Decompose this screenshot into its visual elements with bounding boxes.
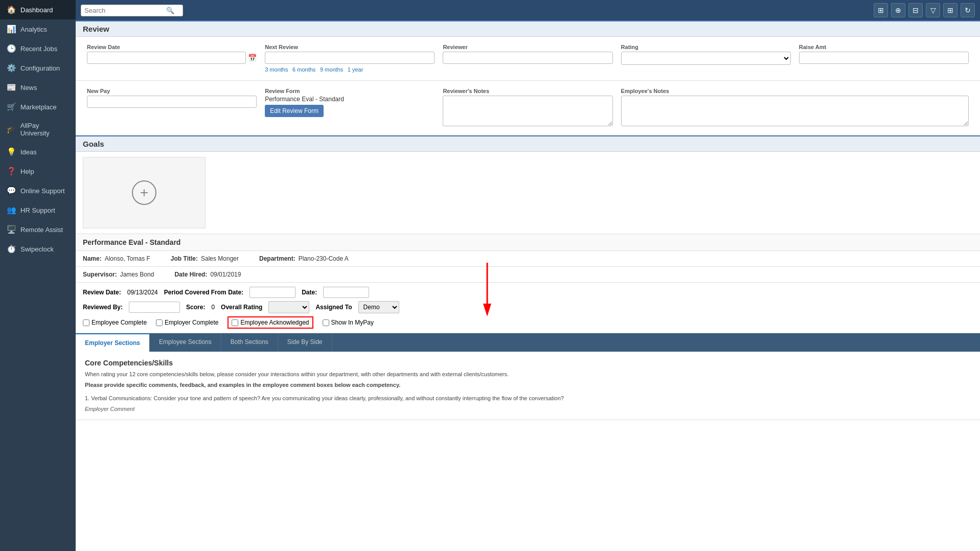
review-form-field: Review Form Performance Eval - Standard … [261,86,439,130]
3months-link[interactable]: 3 months [265,66,288,73]
next-review-input[interactable]: 09/13/2025 [265,52,435,64]
sidebar-item-analytics[interactable]: 📊 Analytics [0,19,76,39]
supervisor-label: Supervisor: [83,271,117,278]
review-section-header: Review [76,20,980,37]
content-area: Review Review Date 09/13/2024 📅 Next Rev… [76,20,980,551]
bulb-icon: 💡 [6,147,16,156]
people-icon: 👥 [6,205,16,215]
department-value: Plano-230-Code A [299,255,349,262]
overall-rating-select[interactable] [268,301,309,313]
score-label: Score: [186,304,205,311]
edit-review-form-button[interactable]: Edit Review Form [265,105,324,117]
topbar-icons: ⊞ ⊕ ⊟ ▽ ⊞ ↻ [874,3,975,17]
score-value: 0 [211,304,215,311]
checkboxes-annotation-wrapper: Employee Complete Employer Complete Empl… [83,316,973,329]
supervisor-value: James Bond [120,271,154,278]
employer-complete-label: Employer Complete [165,319,218,326]
tab-side-by-side[interactable]: Side By Side [278,333,332,352]
review-grid-2: New Pay 0.00 Review Form Performance Eva… [76,81,980,135]
tab-employee-sections[interactable]: Employee Sections [150,333,221,352]
name-label: Name: [83,255,102,262]
period-from-input[interactable]: 9/1/2023 [249,287,295,298]
sidebar-item-online-support[interactable]: 💬 Online Support [0,181,76,200]
verbal-communications-question: 1. Verbal Communications: Consider your … [85,394,971,403]
refresh-icon-btn[interactable]: ↻ [961,3,975,17]
employee-complete-checkbox[interactable] [83,319,89,326]
grid-icon-btn[interactable]: ⊞ [874,3,888,17]
overall-rating-label: Overall Rating [221,304,262,311]
sidebar-item-remote-assist[interactable]: 🖥️ Remote Assist [0,220,76,239]
name-item: Name: Alonso, Tomas F [83,255,150,262]
columns-icon-btn[interactable]: ⊞ [943,3,958,17]
review-meta-row-2: Reviewed By: Jane Doe Score: 0 Overall R… [83,301,973,313]
assigned-to-select[interactable]: Demo [358,301,399,313]
review-date-input[interactable]: 09/13/2024 [87,52,246,64]
topbar: 🔍 ⊞ ⊕ ⊟ ▽ ⊞ ↻ [76,0,980,20]
core-competencies-section: Core Competencies/Skills When rating you… [76,352,980,420]
gear-icon: ⚙️ [6,63,16,73]
employees-notes-field: Employee's Notes [617,86,973,130]
search-box[interactable]: 🔍 [81,5,183,16]
sidebar-item-allpay-university[interactable]: 🎓 AllPay University [0,117,76,142]
add-goal-button[interactable]: + [132,180,156,205]
period-to-input[interactable]: 8/31/2024 [323,287,369,298]
sidebar-item-news[interactable]: 📰 News [0,78,76,97]
rating-field: Rating [617,42,795,75]
sidebar-item-dashboard[interactable]: 🏠 Dashboard [0,0,76,19]
filter-icon-btn[interactable]: ▽ [926,3,940,17]
employer-complete-checkbox[interactable] [156,319,163,326]
review-date-label: Review Date [87,44,257,50]
core-competencies-description-bold: Please provide specific comments, feedba… [85,381,971,389]
sidebar: 🏠 Dashboard 📊 Analytics 🕒 Recent Jobs ⚙️… [0,0,76,551]
department-label: Department: [259,255,295,262]
tab-both-sections[interactable]: Both Sections [221,333,278,352]
sidebar-item-ideas[interactable]: 💡 Ideas [0,142,76,162]
remove-icon-btn[interactable]: ⊟ [908,3,923,17]
checkbox-row: Employee Complete Employer Complete Empl… [83,316,973,329]
rating-select[interactable] [621,52,791,65]
show-in-mypay-checkbox[interactable] [323,319,329,326]
timer-icon: ⏱️ [6,244,16,254]
employees-notes-textarea[interactable] [621,96,969,126]
sidebar-item-recent-jobs[interactable]: 🕒 Recent Jobs [0,39,76,58]
tab-employer-sections[interactable]: Employer Sections [76,333,150,352]
monitor-icon: 🖥️ [6,225,16,234]
job-title-item: Job Title: Sales Monger [171,255,239,262]
review-meta-row-1: Review Date: 09/13/2024 Period Covered F… [83,287,973,298]
review-date-meta-label: Review Date: [83,289,121,296]
review-form-label: Review Form [265,88,435,94]
raise-amt-input[interactable]: 0.00 [799,52,969,64]
reviewer-label: Reviewer [443,44,612,50]
calendar-icon[interactable]: 📅 [248,54,257,62]
reviewed-by-input[interactable]: Jane Doe [129,302,180,313]
sidebar-item-swipeclock[interactable]: ⏱️ Swipeclock [0,239,76,259]
reviewer-input[interactable]: Jane Doe [443,52,612,64]
job-title-label: Job Title: [171,255,198,262]
sidebar-item-configuration[interactable]: ⚙️ Configuration [0,58,76,78]
employee-acknowledged-checkbox-item: Employee Acknowledged [227,316,313,329]
employee-acknowledged-checkbox[interactable] [232,319,238,326]
new-pay-input[interactable]: 0.00 [87,96,257,108]
employee-complete-label: Employee Complete [92,319,147,326]
sidebar-item-marketplace[interactable]: 🛒 Marketplace [0,97,76,117]
rating-label: Rating [621,44,791,50]
reviewers-notes-textarea[interactable] [443,96,612,126]
employee-info: Name: Alonso, Tomas F Job Title: Sales M… [76,251,980,267]
1year-link[interactable]: 1 year [348,66,363,73]
search-input[interactable] [84,7,166,14]
reviewers-notes-field: Reviewer's Notes [439,86,617,130]
sidebar-item-hr-support[interactable]: 👥 HR Support [0,200,76,220]
add-icon-btn[interactable]: ⊕ [891,3,905,17]
date-hired-value: 09/01/2019 [210,271,241,278]
goals-placeholder: + [83,157,206,228]
sidebar-item-help[interactable]: ❓ Help [0,162,76,181]
review-date-field: Review Date 09/13/2024 📅 [83,42,261,75]
9months-link[interactable]: 9 months [320,66,343,73]
next-review-field: Next Review 09/13/2025 3 months 6 months… [261,42,439,75]
raise-amt-field: Raise Amt 0.00 [795,42,973,75]
6months-link[interactable]: 6 months [292,66,315,73]
core-competencies-title: Core Competencies/Skills [85,359,971,367]
raise-amt-label: Raise Amt [799,44,969,50]
employer-complete-checkbox-item: Employer Complete [156,319,218,326]
new-pay-field: New Pay 0.00 [83,86,261,130]
